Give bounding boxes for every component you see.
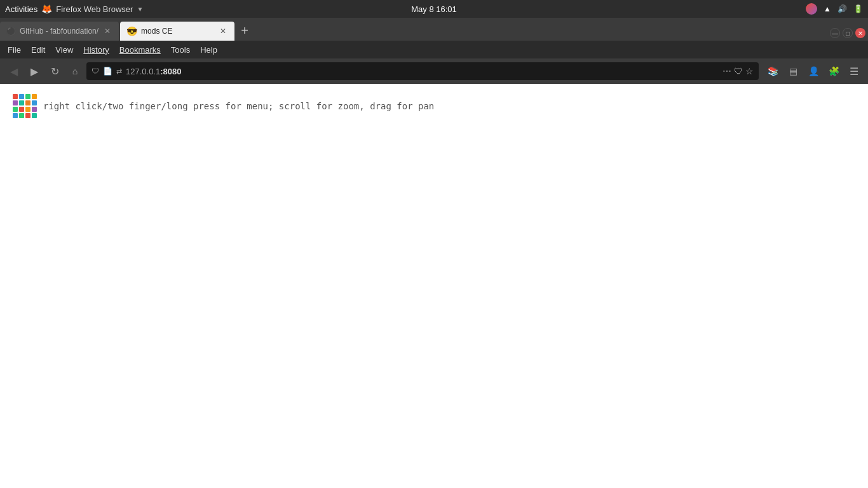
nav-right-tools: 📚 ▤ 👤 🧩 ☰: [764, 62, 863, 80]
app-grid-icon: [13, 94, 37, 118]
wifi-icon: ▲: [824, 4, 831, 13]
more-options-icon[interactable]: ⋯: [722, 66, 731, 76]
address-text[interactable]: 127.0.0.1:8080: [126, 67, 716, 76]
url-port: :8080: [160, 67, 181, 76]
tab-label-github: GitHub - fabfoundation/: [20, 27, 98, 36]
reload-button[interactable]: ↻: [46, 62, 64, 80]
browser-name-label: Firefox Web Browser: [56, 4, 133, 14]
mods-favicon-icon: 😎: [126, 26, 137, 36]
content-area: right click/two finger/long press for me…: [0, 84, 868, 488]
tab-close-github[interactable]: ✕: [102, 26, 112, 36]
system-bar-center: May 8 16:01: [411, 4, 457, 14]
github-favicon-icon: ⚫: [6, 27, 16, 36]
system-bar: Activities 🦊 Firefox Web Browser ▼ May 8…: [0, 0, 868, 18]
menu-bookmarks[interactable]: Bookmarks: [114, 44, 166, 56]
minimize-button[interactable]: —: [830, 28, 840, 38]
lock-icon: 🛡: [92, 67, 99, 76]
menu-history[interactable]: History: [78, 44, 114, 56]
menu-help[interactable]: Help: [195, 44, 222, 56]
tab-close-mods[interactable]: ✕: [218, 26, 228, 36]
tab-github[interactable]: ⚫ GitHub - fabfoundation/ ✕: [0, 22, 119, 41]
library-icon[interactable]: 📚: [764, 62, 782, 80]
tab-mods[interactable]: 😎 mods CE ✕: [120, 22, 234, 41]
forward-button[interactable]: ▶: [25, 62, 43, 80]
dropdown-arrow-icon[interactable]: ▼: [137, 6, 143, 13]
nav-bar: ◀ ▶ ↻ ⌂ 🛡 📄 ⇄ 127.0.0.1:8080 ⋯ 🛡 ☆ 📚 ▤ 👤…: [0, 58, 868, 84]
back-button[interactable]: ◀: [5, 62, 23, 80]
firefox-logo-icon: 🦊: [41, 4, 52, 14]
avatar-icon: [806, 3, 817, 15]
restore-button[interactable]: □: [843, 28, 853, 38]
extensions-icon[interactable]: 🧩: [825, 62, 843, 80]
datetime-label: May 8 16:01: [411, 4, 457, 14]
bookmark-star-icon[interactable]: ☆: [745, 66, 754, 76]
hamburger-menu-icon[interactable]: ☰: [845, 62, 863, 80]
system-bar-left: Activities 🦊 Firefox Web Browser ▼: [5, 4, 143, 14]
translate-icon: ⇄: [116, 67, 122, 76]
profile-icon[interactable]: 👤: [804, 62, 822, 80]
menu-tools[interactable]: Tools: [166, 44, 195, 56]
window-controls: — □ ✕: [830, 28, 865, 38]
battery-icon: 🔋: [853, 4, 863, 13]
system-bar-right: ▲ 🔊 🔋: [806, 3, 863, 15]
menu-edit[interactable]: Edit: [26, 44, 50, 56]
close-button[interactable]: ✕: [855, 28, 865, 38]
volume-icon: 🔊: [837, 4, 847, 13]
activities-button[interactable]: Activities: [5, 4, 37, 14]
tab-label-mods: mods CE: [141, 27, 172, 36]
home-button[interactable]: ⌂: [66, 62, 84, 80]
new-tab-button[interactable]: +: [236, 22, 254, 39]
page-icon: 📄: [103, 67, 112, 76]
sidebar-toggle-icon[interactable]: ▤: [784, 62, 802, 80]
url-domain: 127.0.0.1: [126, 67, 160, 76]
menu-view[interactable]: View: [50, 44, 78, 56]
hint-line: right click/two finger/long press for me…: [13, 94, 855, 118]
pocket-icon[interactable]: 🛡: [734, 66, 743, 76]
menu-file[interactable]: File: [3, 44, 26, 56]
tab-bar: ⚫ GitHub - fabfoundation/ ✕ 😎 mods CE ✕ …: [0, 18, 868, 41]
hint-text: right click/two finger/long press for me…: [43, 101, 434, 111]
menu-bar: File Edit View History Bookmarks Tools H…: [0, 41, 868, 58]
address-bar-right-icons: ⋯ 🛡 ☆: [722, 66, 754, 76]
address-bar[interactable]: 🛡 📄 ⇄ 127.0.0.1:8080 ⋯ 🛡 ☆: [86, 62, 759, 80]
